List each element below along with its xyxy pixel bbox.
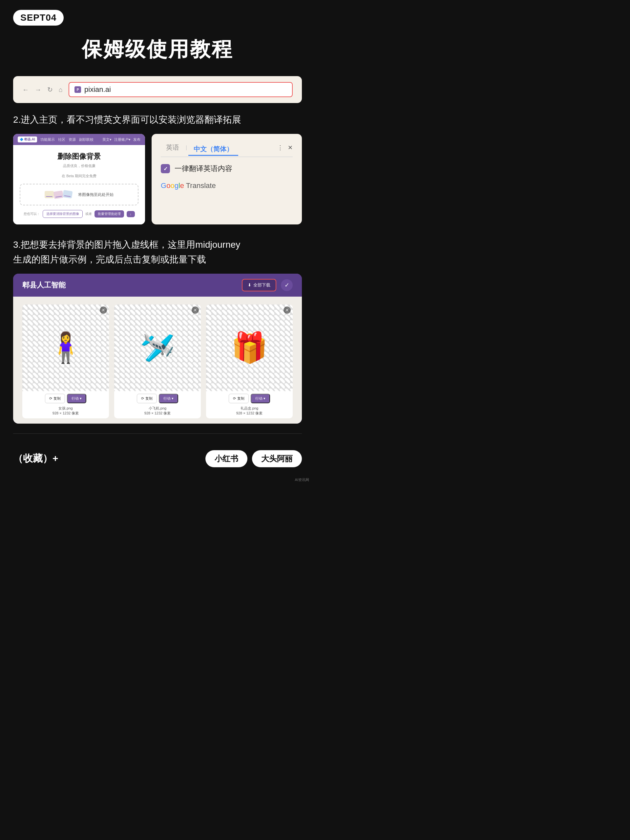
close-icon[interactable]: ✕: [288, 144, 293, 151]
tab-chinese[interactable]: 中文（简体）: [188, 144, 238, 156]
browse-btn[interactable]: 选择要清除背景的图像: [43, 210, 83, 218]
translate-tab-actions: ⋮ ✕: [277, 144, 293, 151]
website-panel: 🔷 郫县.AI 功能展示 社区 资源 副职联校 英文▾ 注册账户▾ 发布 删除图…: [13, 134, 145, 224]
url-box[interactable]: P pixian.ai: [69, 82, 293, 97]
images-grid: 🧍‍♀️ ✕ ⟳ 复制 行动 ▾ 女孩.png 928 × 1232 像素: [13, 297, 302, 424]
close-btn-3[interactable]: ✕: [284, 306, 291, 314]
footer-divider: [13, 433, 302, 434]
image-preview-3: 🎁: [206, 305, 293, 391]
card-actions-2: ⟳ 复制 行动 ▾: [114, 391, 201, 406]
home-button[interactable]: ⌂: [59, 86, 63, 93]
girl-emoji: 🧍‍♀️: [47, 330, 84, 365]
site-headline: 删除图像背景: [20, 152, 139, 161]
footer: （收藏）+ 小红书 大头阿丽: [13, 441, 302, 471]
manage-btn[interactable]: 批量管理批处理: [95, 210, 124, 218]
download-header: 郫县人工智能 ↙ ⬇ 全部下载 ✓: [13, 274, 302, 297]
translate-tabs: 英语 | 中文（简体） ⋮ ✕: [161, 142, 293, 157]
copy-icon-1: ⟳: [49, 396, 52, 401]
copy-btn-3[interactable]: ⟳ 复制: [229, 394, 249, 403]
copy-icon-2: ⟳: [141, 396, 144, 401]
image-preview-1: 🧍‍♀️: [22, 305, 109, 391]
translate-checkbox[interactable]: [161, 164, 170, 173]
confirm-check[interactable]: ✓: [281, 279, 293, 291]
translate-option-text: 一律翻译英语内容: [175, 164, 232, 174]
card-info-2: 小飞机.png 928 × 1232 像素: [114, 406, 201, 418]
step2-text: 2.进入主页，看不习惯英文界面可以安装浏览器翻译拓展: [13, 113, 302, 127]
site-logo: 🔷 郫县.AI: [18, 136, 37, 142]
site-nav: 功能展示 社区 资源 副职联校: [40, 137, 93, 142]
translate-panel: 英语 | 中文（简体） ⋮ ✕ 一律翻译英语内容 Google Translat…: [152, 134, 302, 224]
download-header-title: 郫县人工智能: [22, 280, 66, 290]
site-subtext1: 品质优良，价格低廉: [20, 163, 139, 168]
sept-badge: SEPT04: [13, 10, 64, 25]
site-topbar: 🔷 郫县.AI 功能展示 社区 资源 副职联校 英文▾ 注册账户▾ 发布: [13, 134, 145, 145]
download-icon: ⬇: [248, 283, 251, 287]
close-btn-2[interactable]: ✕: [192, 306, 199, 314]
more-options-icon[interactable]: ⋮: [277, 144, 283, 151]
copy-btn-2[interactable]: ⟳ 复制: [137, 394, 157, 403]
red-arrow-indicator: ↙: [243, 274, 256, 276]
site-favicon: P: [74, 86, 81, 93]
upload-box[interactable]: 将图像拖至此处开始: [20, 184, 139, 205]
browser-bar: ← → ↻ ⌂ P pixian.ai: [13, 76, 302, 103]
gift-emoji: 🎁: [231, 330, 268, 365]
tab-english[interactable]: 英语: [161, 142, 185, 153]
action-btn-3[interactable]: 行动 ▾: [251, 394, 270, 403]
close-btn-1[interactable]: ✕: [100, 306, 107, 314]
card-actions-1: ⟳ 复制 行动 ▾: [22, 391, 109, 406]
site-content: 删除图像背景 品质优良，价格低廉 在 Beta 期间完全免费 将图像拖至此处开始…: [13, 145, 145, 224]
image-card-2: 🛩️ ✕ ⟳ 复制 行动 ▾ 小飞机.png 928 × 1232 像素: [114, 305, 201, 418]
translate-option: 一律翻译英语内容: [161, 164, 293, 174]
footer-badge-author[interactable]: 大头阿丽: [252, 450, 302, 467]
footer-right: 小红书 大头阿丽: [205, 450, 302, 467]
page-container: SEPT04 保姆级使用教程 ← → ↻ ⌂ P pixian.ai 2.进入主…: [0, 0, 315, 487]
footer-left: （收藏）+: [13, 452, 58, 465]
download-header-right: ↙ ⬇ 全部下载 ✓: [242, 279, 293, 291]
action-btn-1[interactable]: 行动 ▾: [67, 394, 86, 403]
download-all-button[interactable]: ⬇ 全部下载: [242, 279, 276, 291]
plane-emoji: 🛩️: [140, 332, 175, 364]
card-actions-3: ⟳ 复制 行动 ▾: [206, 391, 293, 406]
icon-btn[interactable]: ↓: [127, 211, 135, 217]
forward-button[interactable]: →: [35, 86, 41, 93]
main-title: 保姆级使用教程: [13, 35, 302, 63]
back-button[interactable]: ←: [22, 86, 29, 93]
image-preview-2: 🛩️: [114, 305, 201, 391]
site-subtext2: 在 Beta 期间完全免费: [20, 174, 139, 178]
two-panel: 🔷 郫县.AI 功能展示 社区 资源 副职联校 英文▾ 注册账户▾ 发布 删除图…: [13, 134, 302, 224]
url-text: pixian.ai: [84, 85, 111, 94]
google-translate-logo: Google Translate: [161, 182, 293, 190]
card-info-1: 女孩.png 928 × 1232 像素: [22, 406, 109, 418]
copy-icon-3: ⟳: [233, 396, 236, 401]
download-panel: 郫县人工智能 ↙ ⬇ 全部下载 ✓ 🧍‍♀️: [13, 274, 302, 424]
watermark: AI资讯网: [295, 477, 309, 482]
footer-badge-xiaohongshu[interactable]: 小红书: [205, 450, 248, 467]
site-nav-right: 英文▾ 注册账户▾ 发布: [103, 137, 141, 142]
step3-text: 3.把想要去掉背景的图片拖入虚线框，这里用midjourney生成的图片做示例，…: [13, 238, 302, 267]
action-btn-2[interactable]: 行动 ▾: [159, 394, 178, 403]
bottom-bar: 您也可以： 选择要清除背景的图像 或者 批量管理批处理 ↓: [20, 210, 139, 218]
upload-icons: [45, 191, 75, 198]
copy-btn-1[interactable]: ⟳ 复制: [45, 394, 65, 403]
card-info-3: 礼品盒.png 928 × 1232 像素: [206, 406, 293, 418]
image-card-3: 🎁 ✕ ⟳ 复制 行动 ▾ 礼品盒.png 928 × 1232 像素: [206, 305, 293, 418]
refresh-button[interactable]: ↻: [47, 86, 53, 93]
image-card-1: 🧍‍♀️ ✕ ⟳ 复制 行动 ▾ 女孩.png 928 × 1232 像素: [22, 305, 109, 418]
upload-text: 将图像拖至此处开始: [78, 192, 114, 197]
